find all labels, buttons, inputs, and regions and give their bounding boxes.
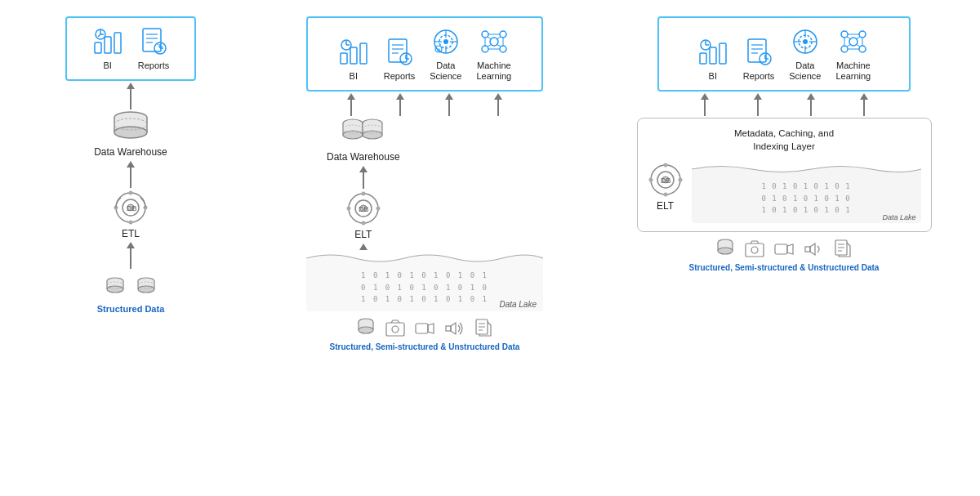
svg-rect-93	[416, 324, 428, 333]
svg-point-54	[500, 31, 506, 38]
svg-rect-91	[386, 323, 404, 336]
svg-line-65	[497, 44, 501, 47]
svg-text:DB: DB	[359, 205, 369, 213]
svg-point-133	[663, 192, 667, 196]
svg-marker-145	[787, 244, 793, 254]
svg-rect-1	[105, 37, 111, 53]
elt-label-col2: ELT	[354, 229, 372, 242]
svg-line-63	[497, 37, 501, 39]
svg-point-117	[859, 31, 866, 38]
svg-line-62	[488, 37, 492, 39]
ds-icon-col3: DataScience	[789, 26, 821, 82]
reports-label-col1: Reports	[138, 60, 170, 71]
bi-label-col1: BI	[104, 60, 112, 71]
reports-label-col3: Reports	[743, 71, 775, 82]
svg-line-125	[847, 37, 851, 39]
ds-label-col3: DataScience	[789, 60, 821, 82]
ml-icon-col3: MachineLearning	[835, 26, 871, 82]
svg-point-82	[361, 221, 365, 225]
datalake-label-col3: Data Lake	[882, 213, 915, 221]
metadata-box-col3: Metadata, Caching, andIndexing Layer	[637, 118, 932, 231]
svg-point-27	[107, 286, 123, 293]
svg-rect-144	[775, 244, 787, 254]
svg-line-64	[488, 44, 492, 47]
svg-point-18	[129, 190, 133, 194]
reports-icon-col1: Reports	[138, 26, 170, 71]
bi-icon-col3: BI	[697, 37, 728, 82]
svg-point-19	[129, 220, 133, 224]
bottom-label-col3: Structured, Semi-structured & Unstructur…	[689, 263, 880, 272]
svg-point-56	[500, 46, 506, 52]
svg-point-90	[359, 327, 373, 333]
dw-node-col1	[109, 111, 153, 144]
svg-point-81	[361, 191, 365, 195]
svg-point-83	[346, 206, 350, 210]
bottom-label-col1: Structured Data	[97, 304, 165, 314]
svg-text:DB: DB	[661, 177, 671, 185]
reports-icon-col2: Reports	[384, 37, 416, 82]
ml-label-col3: MachineLearning	[835, 60, 871, 82]
bi-icon-col1: BI	[92, 26, 123, 71]
svg-rect-95	[446, 326, 451, 331]
metadata-label-col3: Metadata, Caching, andIndexing Layer	[734, 127, 834, 153]
ds-label-col2: DataScience	[430, 60, 461, 82]
ml-label-col2: MachineLearning	[476, 60, 511, 82]
svg-point-53	[482, 31, 488, 38]
svg-point-46	[443, 39, 448, 44]
elt-node-col3: DB	[648, 162, 684, 198]
svg-point-84	[376, 206, 380, 210]
svg-rect-0	[95, 42, 101, 53]
bottom-icons-col2	[355, 318, 494, 339]
bi-label-col3: BI	[709, 71, 717, 82]
svg-point-55	[482, 46, 488, 52]
svg-point-119	[859, 46, 866, 52]
dw-node-col2	[341, 118, 385, 149]
top-box-col3: BI Reports	[657, 16, 911, 92]
svg-text:DB: DB	[127, 204, 137, 212]
svg-point-132	[663, 163, 667, 167]
bottom-label-col2: Structured, Semi-structured & Unstructur…	[330, 342, 520, 351]
svg-rect-146	[805, 247, 810, 252]
column-2: BI Reports	[286, 8, 564, 351]
svg-point-111	[803, 39, 808, 44]
diagram-container: BI Reports	[8, 8, 972, 488]
bottom-icons-col1	[104, 277, 158, 300]
dw-label-col2: Data Warehouse	[327, 151, 400, 164]
svg-point-143	[751, 247, 758, 253]
reports-label-col2: Reports	[384, 71, 416, 82]
ml-icon-col2: MachineLearning	[476, 26, 511, 82]
svg-point-135	[678, 177, 682, 181]
top-box-col1: BI Reports	[65, 16, 196, 81]
bi-icon-col2: BI	[338, 37, 369, 82]
datalake-label-col2: Data Lake	[499, 300, 537, 309]
svg-point-118	[841, 46, 848, 52]
svg-line-128	[856, 44, 860, 47]
svg-point-141	[718, 248, 733, 254]
svg-point-134	[648, 177, 653, 181]
ds-icon-col2: ⚙ DataScience	[430, 26, 461, 82]
svg-line-126	[856, 37, 860, 39]
etl-label-col1: ETL	[122, 228, 140, 241]
reports-icon-col3: Reports	[743, 37, 775, 82]
column-3: BI Reports	[629, 8, 939, 272]
svg-rect-102	[719, 43, 726, 64]
elt-node-col2: DB	[345, 190, 381, 226]
etl-node-col1: DB	[113, 190, 149, 226]
elt-label-col3: ELT	[657, 200, 674, 213]
svg-rect-104	[748, 39, 766, 62]
bottom-icons-col3	[715, 239, 853, 260]
svg-marker-94	[428, 324, 434, 333]
svg-point-33	[138, 286, 154, 293]
svg-line-127	[847, 44, 851, 47]
dw-label-col1: Data Warehouse	[94, 146, 167, 159]
svg-rect-36	[350, 47, 357, 64]
svg-rect-35	[341, 53, 347, 64]
svg-point-92	[392, 326, 399, 333]
column-1: BI Reports	[41, 8, 220, 314]
svg-rect-37	[360, 43, 367, 64]
svg-rect-100	[700, 53, 706, 64]
bi-label-col2: BI	[350, 71, 358, 82]
svg-rect-101	[710, 47, 716, 64]
svg-rect-142	[746, 244, 764, 257]
svg-point-116	[841, 31, 848, 38]
